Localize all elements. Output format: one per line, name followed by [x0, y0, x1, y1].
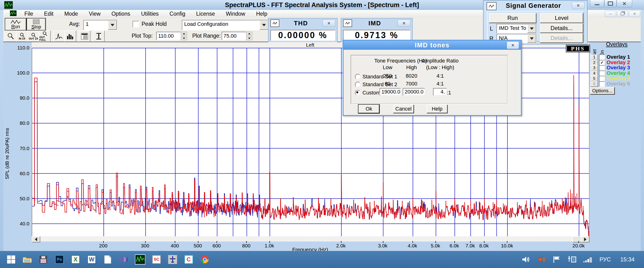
load-configuration-dropdown-arrow-icon[interactable]: [260, 20, 268, 30]
imd-tones-close-button[interactable]: ×: [507, 42, 519, 49]
taskbar-chrome-icon[interactable]: [200, 254, 210, 264]
plot-top-value[interactable]: 110.00: [156, 32, 181, 40]
stop-button[interactable]: Stop: [27, 18, 46, 30]
left-signal-dropdown-arrow-icon[interactable]: [527, 24, 536, 33]
taskbar-utility-app-icon[interactable]: [168, 254, 178, 264]
plot-range-spinner[interactable]: [246, 32, 252, 40]
taskbar-file-explorer-icon[interactable]: [22, 254, 32, 264]
taskbar-notepad-icon[interactable]: [103, 254, 113, 264]
taskbar-icons: PsXWSCC: [0, 254, 210, 265]
signal-generator-close-button[interactable]: ×: [572, 2, 584, 9]
maximize-button[interactable]: [604, 0, 616, 7]
volume-meter-icon[interactable]: [537, 256, 546, 263]
custom-high-input[interactable]: 20000.0: [403, 88, 425, 96]
device-plug-icon[interactable]: [567, 256, 577, 264]
avg-combobox[interactable]: 1: [83, 20, 118, 30]
y-tick-90.0: 90.0: [3, 95, 29, 101]
marker-tool-button[interactable]: [93, 30, 105, 42]
child-minimize-button[interactable]: –: [605, 11, 616, 17]
zoom-out-2x-button[interactable]: OUT 2X: [28, 30, 39, 42]
left-signal-combobox[interactable]: IMD Test To: [496, 24, 537, 34]
taskbar-excel-icon[interactable]: X: [70, 254, 80, 264]
display-settings-button[interactable]: [78, 30, 90, 42]
clock[interactable]: 15:34: [620, 256, 634, 263]
plot-top-spinbox[interactable]: 110.00: [156, 32, 187, 40]
overlay-3-set-button[interactable]: 3: [590, 65, 598, 71]
imd-tones-titlebar[interactable]: IMD tones: [344, 41, 521, 50]
plot-top-spinner[interactable]: [181, 32, 187, 40]
overlay-2-set-button[interactable]: 2: [590, 60, 598, 66]
plot-range-value[interactable]: 75.00: [222, 32, 246, 40]
thd-titlebar[interactable]: THD ×: [268, 18, 337, 28]
overlay-4-on-checkbox[interactable]: [599, 70, 605, 76]
menu-help[interactable]: Help: [251, 11, 273, 17]
overlay-2-on-checkbox[interactable]: ✓: [599, 60, 605, 66]
cancel-button[interactable]: Cancel: [393, 105, 414, 113]
overlay-4-set-button[interactable]: 4: [590, 70, 598, 76]
taskbar-word-icon[interactable]: W: [87, 254, 96, 264]
menu-config[interactable]: Config: [164, 11, 190, 17]
overlay-6-set-button[interactable]: 6: [590, 81, 598, 87]
minimize-button[interactable]: [590, 0, 604, 7]
standard-set-1-radio[interactable]: [355, 74, 360, 80]
right-signal-dropdown-arrow-icon[interactable]: [527, 34, 536, 43]
taskbar-kmplayer-icon[interactable]: [119, 254, 129, 264]
child-restore-button[interactable]: [617, 11, 628, 17]
bar-view-button[interactable]: [64, 30, 76, 42]
imd-close-button[interactable]: ×: [398, 20, 410, 27]
imd-titlebar[interactable]: IMD ×: [341, 18, 412, 28]
menu-file[interactable]: File: [19, 11, 38, 17]
menu-utilities[interactable]: Utilities: [136, 11, 164, 17]
overlays-options-button[interactable]: Options...: [590, 87, 615, 94]
generator-level-button[interactable]: Level: [540, 13, 583, 23]
taskbar-spectraplus-icon[interactable]: [135, 254, 145, 265]
overlay-5-set-button[interactable]: 5: [590, 76, 598, 82]
menu-edit[interactable]: Edit: [38, 11, 59, 17]
taskbar-media-tool-icon[interactable]: [38, 254, 48, 264]
overlay-1-on-checkbox[interactable]: [599, 54, 605, 60]
custom-low-input[interactable]: 19000.0: [380, 88, 401, 96]
set1-ratio-value: 4:1: [436, 73, 444, 79]
speaker-icon[interactable]: [521, 256, 531, 263]
overlay-3-on-checkbox[interactable]: [599, 65, 605, 71]
menu-license[interactable]: License: [191, 11, 220, 17]
spectrum-view-button[interactable]: [53, 30, 65, 42]
taskbar-photoshop-icon[interactable]: Ps: [54, 254, 64, 264]
avg-dropdown-arrow-icon[interactable]: [108, 20, 117, 30]
peak-hold-checkbox[interactable]: [132, 21, 139, 28]
generator-run-button[interactable]: Run: [489, 13, 536, 23]
plot-range-spinbox[interactable]: 75.00: [222, 32, 252, 40]
plot-horizontal-scrollbar[interactable]: [32, 236, 588, 242]
menu-window[interactable]: Window: [220, 11, 251, 17]
left-details-button[interactable]: Details...: [540, 24, 583, 33]
menu-view[interactable]: View: [83, 11, 106, 17]
thd-close-button[interactable]: ×: [322, 20, 335, 27]
zoom-tool-button[interactable]: [5, 30, 16, 42]
language-indicator[interactable]: РУС: [600, 256, 611, 263]
avg-label: Avg:: [69, 21, 80, 27]
network-signal-icon[interactable]: [583, 256, 593, 263]
overlay-6-on-checkbox[interactable]: [599, 81, 605, 87]
custom-radio-selected[interactable]: [355, 90, 360, 96]
overlay-5-on-checkbox[interactable]: [599, 76, 605, 82]
menu-mode[interactable]: Mode: [59, 11, 84, 17]
taskbar-scope-app-icon[interactable]: SC: [152, 254, 162, 264]
zoom-in-lens-icon: [20, 33, 24, 38]
standard-set-2-radio[interactable]: [355, 82, 360, 87]
zoom-in-2x-label: IN 2X: [19, 38, 25, 40]
ok-button[interactable]: Ok: [358, 105, 379, 113]
close-button[interactable]: ×: [616, 0, 632, 7]
custom-ratio-input[interactable]: 4.: [433, 88, 447, 96]
flag-icon[interactable]: [552, 256, 561, 263]
run-button[interactable]: Run: [5, 18, 26, 30]
zoom-out-full-button[interactable]: OUT FULL: [39, 30, 51, 42]
load-configuration-combobox[interactable]: Load Configuration: [182, 20, 269, 30]
taskbar-start-icon[interactable]: [6, 254, 16, 264]
child-close-button[interactable]: ×: [629, 11, 640, 17]
taskbar-ccleaner-icon[interactable]: C: [184, 254, 194, 264]
standard-set-2-label: Standard Set 2: [362, 82, 397, 88]
help-button[interactable]: Help: [427, 105, 448, 113]
menu-options[interactable]: Options: [106, 11, 136, 17]
overlay-1-set-button[interactable]: 1: [590, 54, 598, 60]
zoom-in-2x-button[interactable]: IN 2X: [16, 30, 28, 42]
